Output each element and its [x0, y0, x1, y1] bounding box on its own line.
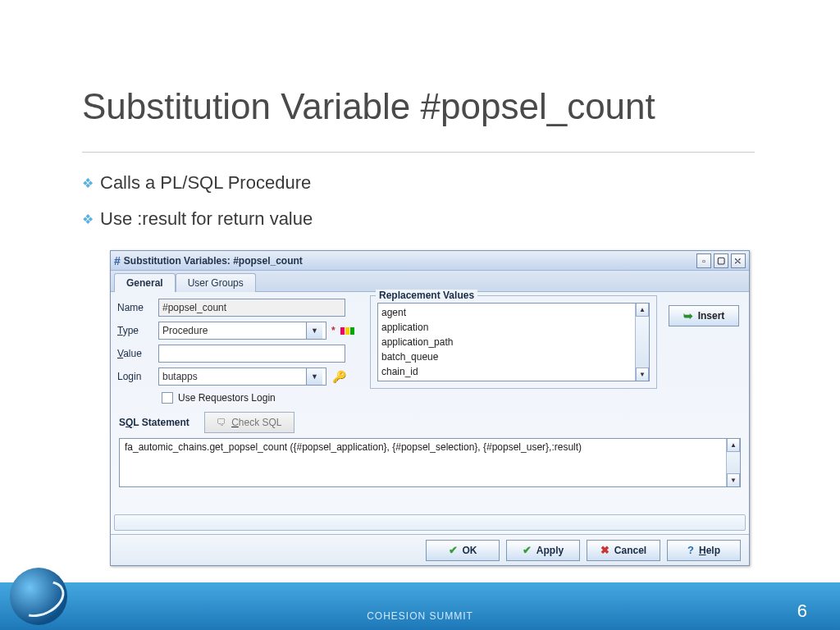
apply-button[interactable]: ✔ Apply [506, 540, 580, 561]
slide-title: Substitution Variable #popsel_count [82, 86, 755, 134]
ok-label: OK [463, 545, 477, 556]
dialog-button-bar: ✔ OK ✔ Apply ✖ Cancel ? Help [111, 534, 749, 565]
status-bar [114, 514, 746, 531]
bullet-text: Calls a PL/SQL Procedure [100, 172, 311, 194]
apply-label: Apply [536, 545, 564, 556]
value-label: Value [117, 348, 153, 359]
cancel-label: Cancel [614, 545, 646, 556]
ok-button[interactable]: ✔ OK [426, 540, 500, 561]
tab-general[interactable]: General [114, 273, 176, 292]
question-icon: ? [687, 544, 694, 556]
x-icon: ✖ [600, 544, 609, 556]
login-select[interactable]: butapps ▼ [158, 368, 326, 386]
form-body: Name Type Procedure ▼ * Value [111, 292, 749, 494]
palette-icon[interactable] [340, 323, 355, 338]
diamond-bullet-icon: ❖ [82, 212, 94, 227]
close-icon[interactable]: ⛌ [731, 253, 746, 268]
replacement-values-fieldset: Replacement Values agent application app… [370, 295, 657, 389]
name-label: Name [117, 302, 153, 313]
dialog-title: Substitution Variables: #popsel_count [124, 255, 303, 267]
bullet-text: Use :result for return value [100, 208, 313, 230]
scrollbar[interactable]: ▲ ▼ [635, 304, 649, 381]
sql-text-content: fa_automic_chains.get_popsel_count ({#po… [120, 439, 740, 455]
bullet-item: ❖ Calls a PL/SQL Procedure [82, 172, 313, 194]
scrollbar[interactable]: ▲ ▼ [726, 439, 740, 486]
check-icon: ✔ [449, 544, 458, 556]
scroll-up-icon[interactable]: ▲ [727, 439, 740, 452]
chevron-down-icon: ▼ [306, 368, 322, 385]
cancel-button[interactable]: ✖ Cancel [587, 540, 660, 561]
hash-icon: # [114, 254, 121, 267]
db-icon: 🗨 [217, 417, 226, 428]
scroll-up-icon[interactable]: ▲ [636, 304, 649, 317]
replacement-values-listbox[interactable]: agent application application_path batch… [377, 303, 650, 381]
check-icon: ✔ [523, 544, 532, 556]
list-item[interactable]: application_path [381, 335, 632, 349]
check-sql-button[interactable]: 🗨 Check SQL [204, 412, 294, 433]
type-value: Procedure [162, 325, 208, 336]
list-item[interactable]: agent [381, 305, 632, 320]
check-sql-label: Check SQL [231, 417, 281, 428]
insert-label: Insert [698, 310, 725, 322]
diamond-bullet-icon: ❖ [82, 176, 94, 191]
type-select[interactable]: Procedure ▼ [158, 322, 326, 340]
list-item[interactable]: application [381, 320, 632, 335]
minimize-icon[interactable]: ▫ [696, 253, 711, 268]
sql-statement-label: SQL Statement [119, 417, 189, 428]
sql-statement-textarea[interactable]: fa_automic_chains.get_popsel_count ({#po… [119, 438, 741, 487]
help-button[interactable]: ? Help [667, 540, 741, 561]
tab-user-groups[interactable]: User Groups [176, 273, 256, 292]
login-label: Login [117, 371, 153, 382]
insert-button[interactable]: ➥ Insert [669, 305, 739, 326]
type-label: Type [117, 325, 153, 336]
insert-icon: ➥ [683, 309, 693, 322]
chevron-down-icon: ▼ [306, 322, 322, 339]
title-divider [82, 152, 755, 153]
replacement-values-label: Replacement Values [376, 290, 477, 301]
bullet-list: ❖ Calls a PL/SQL Procedure ❖ Use :result… [82, 172, 313, 244]
required-asterisk-icon: * [331, 325, 336, 336]
key-icon[interactable]: 🔑 [331, 369, 346, 384]
use-requestors-login-checkbox[interactable] [162, 392, 173, 404]
list-item[interactable]: batch_queue [381, 349, 632, 364]
maximize-icon[interactable]: ▢ [714, 253, 728, 268]
footer-text: COHESION SUMMIT [0, 610, 840, 622]
help-label: Help [699, 545, 720, 556]
dialog-titlebar[interactable]: # Substitution Variables: #popsel_count … [111, 251, 749, 271]
slide-footer: COHESION SUMMIT 6 [0, 582, 840, 630]
substitution-variables-dialog: # Substitution Variables: #popsel_count … [110, 250, 750, 566]
page-number: 6 [797, 600, 807, 622]
name-field[interactable] [158, 299, 345, 317]
use-requestors-login-label: Use Requestors Login [178, 392, 276, 404]
scroll-down-icon[interactable]: ▼ [727, 473, 740, 486]
bullet-item: ❖ Use :result for return value [82, 208, 313, 230]
scroll-down-icon[interactable]: ▼ [636, 368, 649, 381]
value-field[interactable] [158, 345, 345, 363]
login-value: butapps [162, 371, 198, 382]
list-item[interactable]: chain_id [381, 364, 632, 379]
